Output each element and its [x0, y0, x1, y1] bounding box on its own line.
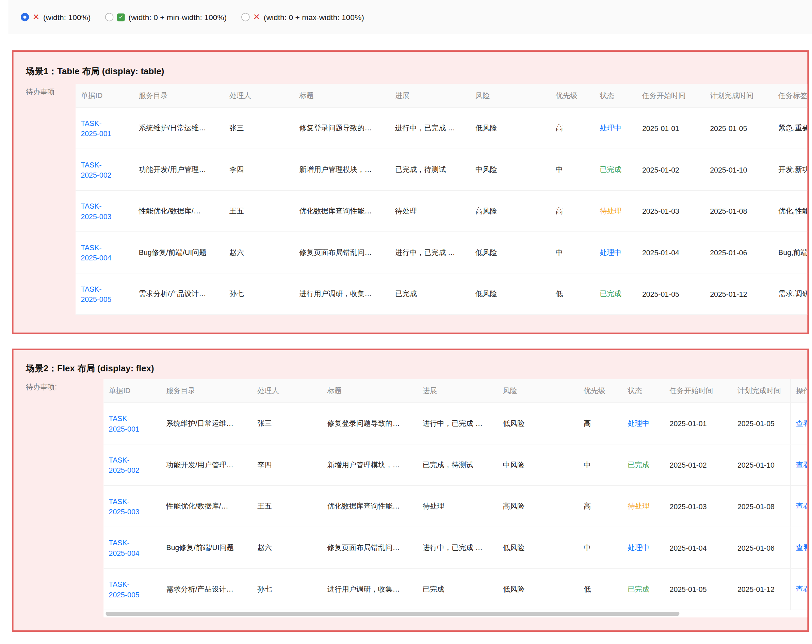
task-row: TASK-2025-002功能开发/用户管理…李四新增用户管理模块，…已完成，待… — [76, 149, 807, 191]
id-cell: TASK-2025-004 — [104, 527, 161, 568]
task-id-link[interactable]: TASK-2025-002 — [109, 455, 155, 475]
check-mark-icon: ✓ — [117, 13, 125, 21]
scenario-table-layout: 场景1：Table 布局 (display: table) 待办事项 单据ID服… — [12, 50, 809, 334]
task-id-link[interactable]: TASK-2025-001 — [109, 413, 155, 434]
column-header-action: 操作 — [790, 379, 807, 402]
view-action-link[interactable]: 查看 — [796, 543, 807, 552]
view-action-link[interactable]: 查看 — [796, 502, 807, 511]
status-text: 处理中 — [600, 124, 630, 133]
status-text: 待处理 — [627, 502, 658, 511]
risk-cell: 低风险 — [470, 108, 551, 149]
priority-cell: 高 — [551, 108, 595, 149]
column-header-priority: 优先级 — [551, 84, 595, 107]
due-cell: 2025-01-05 — [733, 403, 790, 444]
start-cell: 2025-01-04 — [637, 232, 705, 273]
view-action-link[interactable]: 查看 — [796, 584, 807, 594]
status-cell: 处理中 — [595, 232, 637, 273]
handler-cell: 李四 — [252, 444, 322, 485]
tags-cell: Bug,前端 — [773, 232, 807, 273]
column-header-risk: 风险 — [470, 84, 551, 107]
handler-cell: 张三 — [224, 108, 294, 149]
action-cell: 查看 — [790, 486, 807, 526]
due-cell: 2025-01-10 — [733, 444, 790, 485]
view-action-link[interactable]: 查看 — [796, 419, 807, 428]
id-cell: TASK-2025-001 — [76, 108, 133, 149]
handler-cell: 孙七 — [252, 569, 322, 610]
start-cell: 2025-01-04 — [664, 527, 732, 568]
task-id-link[interactable]: TASK-2025-001 — [81, 118, 127, 139]
view-action-link[interactable]: 查看 — [796, 460, 807, 469]
progress-cell: 已完成 — [390, 273, 470, 314]
task-id-link[interactable]: TASK-2025-003 — [109, 496, 155, 517]
catalog-cell: 需求分析/产品设计… — [161, 569, 252, 610]
title-cell: 修复登录问题导致的… — [322, 403, 417, 444]
task-id-line: 2025-001 — [81, 128, 127, 139]
scenario1-body: 待办事项 单据ID服务目录处理人标题进展风险优先级状态任务开始时间计划完成时间任… — [26, 84, 807, 315]
tags-cell: 优化,性能 — [773, 191, 807, 232]
status-text: 已完成 — [600, 165, 630, 174]
due-cell: 2025-01-06 — [733, 527, 790, 568]
task-row: TASK-2025-004Bug修复/前端/UI问题赵六修复页面布局错乱问…进行… — [76, 232, 807, 274]
task-id-line: TASK- — [109, 578, 155, 589]
task-id-link[interactable]: TASK-2025-005 — [109, 578, 155, 600]
status-cell: 处理中 — [623, 527, 664, 568]
title-cell: 新增用户管理模块，… — [322, 444, 417, 485]
task-row: TASK-2025-005需求分析/产品设计…孙七进行用户调研，收集…已完成低风… — [76, 273, 807, 315]
horizontal-scrollbar-track — [104, 610, 807, 618]
task-id-link[interactable]: TASK-2025-004 — [81, 242, 127, 263]
id-cell: TASK-2025-003 — [104, 486, 161, 526]
task-row: TASK-2025-003性能优化/数据库/…王五优化数据库查询性能…待处理高风… — [104, 486, 807, 527]
status-text: 已完成 — [627, 460, 658, 469]
id-cell: TASK-2025-002 — [104, 444, 161, 485]
column-header-catalog: 服务目录 — [134, 84, 224, 107]
column-header-title: 标题 — [322, 379, 417, 402]
task-row: TASK-2025-001系统维护/日常运维…张三修复登录问题导致的…进行中，已… — [104, 403, 807, 444]
progress-cell: 待处理 — [417, 486, 498, 526]
id-cell: TASK-2025-005 — [76, 273, 133, 314]
risk-cell: 低风险 — [470, 232, 551, 273]
layout-option[interactable]: ✓(width: 0 + min-width: 100%) — [105, 12, 227, 21]
column-header-risk: 风险 — [498, 379, 578, 402]
column-header-id: 单据ID — [76, 84, 133, 107]
table-header-row: 单据ID服务目录处理人标题进展风险优先级状态任务开始时间计划完成时间操作 — [104, 379, 807, 403]
task-id-link[interactable]: TASK-2025-002 — [81, 159, 127, 180]
priority-cell: 中 — [578, 444, 623, 485]
risk-cell: 低风险 — [498, 569, 578, 610]
id-cell: TASK-2025-003 — [76, 191, 133, 232]
priority-cell: 中 — [578, 527, 623, 568]
layout-option[interactable]: ✕(width: 0 + max-width: 100%) — [241, 12, 364, 21]
action-cell: 查看 — [790, 569, 807, 610]
task-id-link[interactable]: TASK-2025-003 — [81, 201, 127, 221]
catalog-cell: 性能优化/数据库/… — [134, 191, 224, 232]
radio-button[interactable] — [105, 13, 113, 21]
todo-field-label: 待办事项: — [26, 379, 104, 392]
progress-cell: 待处理 — [390, 191, 470, 232]
progress-cell: 进行中，已完成 … — [390, 232, 470, 273]
column-header-tags: 任务标签 — [773, 84, 807, 107]
column-header-title: 标题 — [294, 84, 390, 107]
priority-cell: 高 — [551, 191, 595, 232]
column-header-start: 任务开始时间 — [664, 379, 732, 402]
start-cell: 2025-01-05 — [637, 273, 705, 314]
radio-button[interactable] — [21, 13, 29, 21]
title-cell: 优化数据库查询性能… — [294, 191, 390, 232]
scenario1-title: 场景1：Table 布局 (display: table) — [26, 66, 807, 78]
progress-cell: 已完成，待测试 — [390, 149, 470, 190]
column-header-catalog: 服务目录 — [161, 379, 252, 402]
column-header-status: 状态 — [623, 379, 664, 402]
task-id-link[interactable]: TASK-2025-005 — [81, 284, 127, 304]
task-id-link[interactable]: TASK-2025-004 — [109, 537, 155, 558]
horizontal-scrollbar-thumb[interactable] — [105, 612, 679, 616]
status-cell: 已完成 — [623, 569, 664, 610]
column-header-handler: 处理人 — [224, 84, 294, 107]
column-header-id: 单据ID — [104, 379, 161, 402]
start-cell: 2025-01-05 — [664, 569, 732, 610]
risk-cell: 低风险 — [470, 273, 551, 314]
id-cell: TASK-2025-002 — [76, 149, 133, 190]
handler-cell: 王五 — [224, 191, 294, 232]
todo-field-label: 待办事项 — [26, 84, 76, 97]
task-id-line: 2025-002 — [81, 169, 127, 180]
radio-button[interactable] — [241, 13, 249, 21]
layout-option[interactable]: ✕(width: 100%) — [21, 12, 91, 21]
catalog-cell: 性能优化/数据库/… — [161, 486, 252, 526]
